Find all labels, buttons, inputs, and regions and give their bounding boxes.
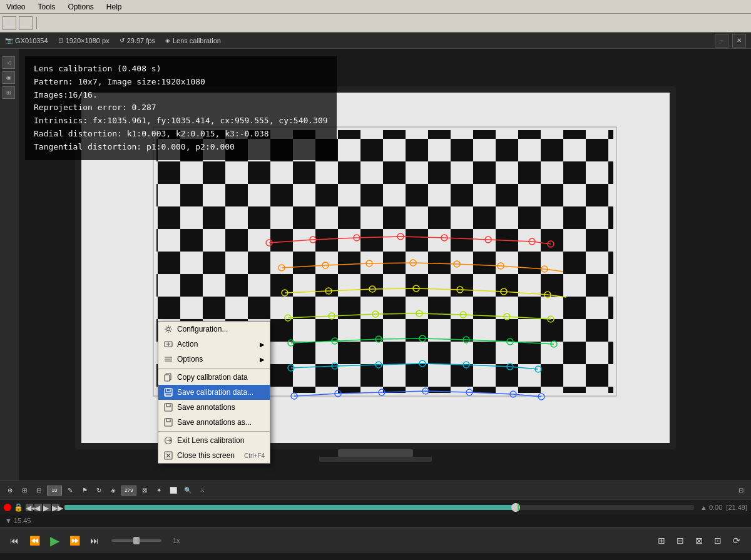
tl-btn-4[interactable]: ▶▶ bbox=[52, 504, 59, 511]
pb-right-btn-3[interactable]: ⊠ bbox=[691, 532, 707, 549]
ctx-save-calibration[interactable]: Save calibration data... bbox=[158, 385, 270, 400]
pb-right-btn-1[interactable]: ⊞ bbox=[653, 532, 670, 549]
overlay-intrinsics: Intrinsics: fx:1035.961, fy:1035.414, cx… bbox=[34, 115, 328, 128]
bt-icon-12[interactable]: ⬜ bbox=[167, 484, 180, 497]
options-icon bbox=[163, 354, 173, 364]
speed-label: 1x bbox=[173, 537, 180, 544]
action-icon bbox=[163, 339, 173, 349]
mode-item: ◈ Lens calibration bbox=[165, 37, 221, 44]
ctx-copy-calibration[interactable]: Copy calibration data bbox=[158, 370, 270, 385]
ctx-exit-lens[interactable]: Exit Lens calibration bbox=[158, 433, 270, 448]
ctx-exit-lens-label: Exit Lens calibration bbox=[177, 436, 244, 445]
bt-icon-1[interactable]: ⊕ bbox=[4, 484, 16, 497]
main-timeline[interactable] bbox=[64, 505, 694, 510]
skip-to-start-btn[interactable]: ⏮ bbox=[6, 532, 23, 549]
bt-icon-8[interactable]: ◈ bbox=[107, 484, 120, 497]
bt-icon-7[interactable]: ↻ bbox=[93, 484, 105, 497]
tl-btn-1[interactable]: ◀◀ bbox=[26, 504, 33, 511]
bt-icon-10[interactable]: ⊠ bbox=[138, 484, 151, 497]
bt-icon-right[interactable]: ⊡ bbox=[735, 484, 747, 497]
bt-icon-2[interactable]: ⊞ bbox=[18, 484, 31, 497]
close-screen-shortcut: Ctrl+F4 bbox=[244, 452, 265, 459]
bt-icon-4[interactable]: 10 bbox=[47, 486, 62, 496]
main-video-area: ◁ ◉ ⊞ bbox=[0, 49, 751, 481]
overlay-pattern: Pattern: 10x7, Image size:1920x1080 bbox=[34, 76, 328, 89]
speed-slider[interactable] bbox=[111, 539, 161, 542]
overlay-tangential: Tangential distortion: p1:0.000, p2:0.00… bbox=[34, 141, 328, 154]
bt-icon-13[interactable]: 🔍 bbox=[181, 484, 194, 497]
close-screen-icon bbox=[163, 451, 173, 461]
camera-id-item: 📷 GX010354 bbox=[5, 37, 48, 44]
window-min-btn[interactable]: – bbox=[715, 34, 728, 48]
bt-icon-11[interactable]: ✦ bbox=[153, 484, 165, 497]
step-back-btn[interactable]: ⏪ bbox=[26, 532, 43, 549]
context-menu: Configuration... Action ▶ Options ▶ bbox=[158, 321, 270, 464]
bt-icon-9[interactable]: 279 bbox=[121, 486, 136, 496]
menu-help[interactable]: Help bbox=[103, 1, 126, 13]
tl-btn-3[interactable]: ▶ bbox=[43, 504, 51, 511]
overlay-title: Lens calibration (0.408 s) bbox=[34, 63, 328, 76]
time-bar: ▼ 15.45 bbox=[0, 514, 751, 527]
ctx-configuration-label: Configuration... bbox=[177, 325, 228, 333]
context-menu-separator-2 bbox=[158, 431, 270, 432]
fps-text: 29.97 fps bbox=[127, 37, 155, 44]
left-tool-2[interactable]: ◉ bbox=[3, 71, 15, 84]
pb-right-btn-4[interactable]: ⊡ bbox=[710, 532, 726, 549]
bt-icon-14[interactable]: ⁙ bbox=[196, 484, 208, 497]
toolbar-icon-1[interactable]: ⊞ bbox=[3, 16, 16, 30]
bt-icon-3[interactable]: ⊟ bbox=[33, 484, 45, 497]
record-indicator bbox=[4, 504, 11, 511]
step-forward-btn[interactable]: ⏩ bbox=[66, 532, 83, 549]
ctx-save-annotations-as-label: Save annotations as... bbox=[177, 418, 252, 427]
ctx-save-annotations-as[interactable]: Save annotations as... bbox=[158, 415, 270, 430]
play-btn[interactable]: ▶ bbox=[46, 532, 63, 549]
ctx-close-screen[interactable]: Close this screen Ctrl+F4 bbox=[158, 448, 270, 463]
svg-point-61 bbox=[167, 328, 170, 331]
svg-rect-60 bbox=[319, 457, 432, 462]
svg-rect-64 bbox=[165, 375, 170, 381]
menu-options[interactable]: Options bbox=[64, 1, 98, 13]
bt-icon-6[interactable]: ⚑ bbox=[78, 484, 91, 497]
ctx-configuration[interactable]: Configuration... bbox=[158, 322, 270, 337]
resolution-icon: ⊡ bbox=[58, 37, 63, 44]
speed-thumb[interactable] bbox=[133, 537, 140, 544]
timeline-progress-fill bbox=[64, 505, 518, 510]
bottom-toolbar: ⊕ ⊞ ⊟ 10 ✎ ⚑ ↻ ◈ 279 ⊠ ✦ ⬜ 🔍 ⁙ ⊡ bbox=[0, 481, 751, 499]
mode-text: Lens calibration bbox=[173, 37, 221, 44]
left-tool-3[interactable]: ⊞ bbox=[3, 86, 15, 99]
timeline-value-label: ▲ 0.00 bbox=[700, 504, 722, 511]
overlay-reprojection: Reprojection error: 0.287 bbox=[34, 101, 328, 115]
left-tool-1[interactable]: ◁ bbox=[3, 56, 15, 69]
ctx-options-label: Options bbox=[177, 355, 203, 364]
pb-right-btn-2[interactable]: ⊟ bbox=[672, 532, 688, 549]
skip-to-end-btn[interactable]: ⏭ bbox=[86, 532, 103, 549]
svg-rect-70 bbox=[166, 419, 170, 422]
context-menu-separator-1 bbox=[158, 368, 270, 369]
window-close-btn[interactable]: ✕ bbox=[732, 34, 746, 48]
svg-rect-66 bbox=[166, 389, 170, 392]
ctx-save-annotations[interactable]: Save annotations bbox=[158, 400, 270, 415]
svg-rect-68 bbox=[166, 404, 170, 407]
ctx-action[interactable]: Action ▶ bbox=[158, 337, 270, 352]
speed-slider-container bbox=[111, 539, 161, 542]
menu-bar: Video Tools Options Help bbox=[0, 0, 751, 14]
timeline-green-marker bbox=[518, 504, 519, 511]
playback-bar: ⏮ ⏪ ▶ ⏩ ⏭ 1x ⊞ ⊟ ⊠ ⊡ ⟳ bbox=[0, 527, 751, 553]
camera-icon: 📷 bbox=[5, 37, 13, 44]
pb-right-btn-5[interactable]: ⟳ bbox=[728, 532, 745, 549]
overlay-radial: Radial distortion: k1:0.003, k2:0.015, k… bbox=[34, 128, 328, 141]
ctx-options[interactable]: Options ▶ bbox=[158, 352, 270, 367]
fps-icon: ↺ bbox=[120, 37, 125, 44]
bt-icon-5[interactable]: ✎ bbox=[64, 484, 76, 497]
menu-tools[interactable]: Tools bbox=[34, 1, 59, 13]
toolbar-icon-2[interactable]: ⛶ bbox=[19, 16, 33, 30]
ctx-save-annotations-label: Save annotations bbox=[177, 403, 235, 412]
main-toolbar: ⊞ ⛶ bbox=[0, 14, 751, 33]
menu-video[interactable]: Video bbox=[3, 1, 29, 13]
save-calibration-icon bbox=[163, 387, 173, 397]
tl-btn-2[interactable]: ◀ bbox=[34, 504, 42, 511]
ctx-action-label: Action bbox=[177, 340, 198, 349]
timeline-end-label: [21.49] bbox=[726, 504, 747, 511]
ctx-copy-calibration-label: Copy calibration data bbox=[177, 373, 248, 382]
exit-lens-icon bbox=[163, 435, 173, 445]
